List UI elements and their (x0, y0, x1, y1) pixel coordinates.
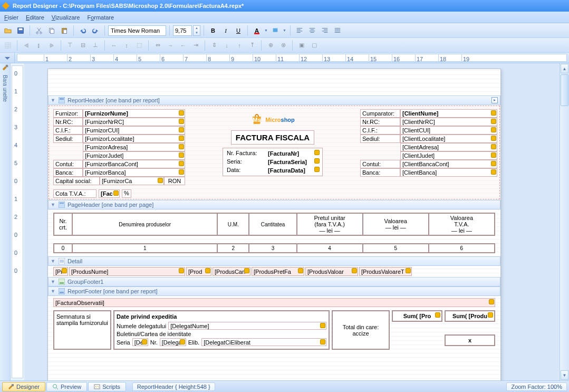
smart-tag-icon[interactable]: ▸ (491, 97, 498, 103)
binding-tag-icon[interactable] (491, 152, 496, 158)
collapse-arrow-icon[interactable]: ▼ (51, 202, 56, 207)
scroll-thumb[interactable] (561, 74, 568, 106)
bold-button[interactable]: B (207, 25, 219, 36)
col-tva[interactable]: Valoarea T.V.A. — lei — (429, 213, 495, 235)
col-cant[interactable]: Cantitatea (249, 213, 296, 235)
col-um[interactable]: U.M. (217, 213, 249, 235)
collapse-arrow-icon[interactable]: ▼ (51, 98, 56, 103)
binding-tag-icon[interactable] (113, 190, 119, 196)
binding-tag-icon[interactable] (491, 169, 496, 175)
collapse-arrow-icon[interactable]: ▼ (51, 259, 56, 264)
font-color-button[interactable]: A (251, 25, 263, 36)
detail-um[interactable]: [Prod (186, 267, 211, 276)
menu-vizualizare[interactable]: Vizualizare (52, 14, 80, 21)
highlight-button[interactable] (269, 25, 281, 36)
furnizor-cont-field[interactable]: [FurnizorBancaCont] (83, 160, 185, 168)
furnizor-banca-field[interactable]: [FurnizorBanca] (83, 168, 185, 177)
total-box[interactable]: Total din care: accize (332, 310, 390, 350)
ron-label[interactable]: RON (164, 177, 185, 185)
contul-label[interactable]: Contul: (53, 160, 83, 168)
align-center-button[interactable] (306, 25, 318, 36)
client-judet-field[interactable]: [ClientJudet] (400, 151, 497, 160)
client-cont-field[interactable]: [ClientBancaCont] (400, 160, 497, 168)
binding-tag-icon[interactable] (180, 339, 185, 345)
col-pret[interactable]: Pretul unitar (fara T.V.A.) — lei — (297, 213, 363, 235)
detail-cant[interactable]: [ProdusCan (213, 267, 250, 276)
cif-label[interactable]: C.I.F.: (53, 126, 83, 135)
detail-band[interactable]: [Pr [ProdusNume] [Prod [ProdusCan [Produ… (48, 267, 500, 276)
idx-1[interactable]: 1 (72, 244, 217, 253)
binding-tag-icon[interactable] (179, 161, 184, 166)
factura-seria-field[interactable]: [FacturaSeria] (266, 158, 320, 166)
ruler-corner[interactable] (0, 53, 15, 63)
furnizor-capital-field[interactable]: [FurnizorCa (100, 177, 164, 185)
col-val[interactable]: Valoarea — lei — (363, 213, 429, 235)
binding-tag-icon[interactable] (179, 144, 184, 149)
ci-nr-label[interactable]: Nr. (150, 339, 158, 346)
cota-tva-label[interactable]: Cota T.V.A.: (53, 189, 97, 198)
justify-button[interactable] (332, 25, 343, 36)
banca-label[interactable]: Banca: (53, 168, 83, 177)
scroll-down-button[interactable]: ▼ (561, 370, 568, 380)
expeditie-box[interactable]: Date privind expeditia Numele delegatulu… (113, 310, 330, 350)
toolbox-sidebar-collapsed[interactable]: Bara unelte (0, 63, 11, 380)
furnizor-cui-field[interactable]: [FurnizorCUI] (83, 126, 185, 135)
binding-tag-icon[interactable] (179, 169, 184, 175)
redo-button[interactable] (90, 25, 101, 36)
menu-editare[interactable]: Editare (26, 14, 44, 21)
column-header-table[interactable]: Nr. crt. Denumirea produselor U.M. Canti… (53, 213, 495, 253)
binding-tag-icon[interactable] (158, 178, 163, 183)
reportheader-band[interactable]: Furnizor:[FurnizorNume] Nr.RC:[FurnizorN… (48, 105, 500, 200)
band-header-reportfooter[interactable]: ▼ ReportFooter [one band per report] (48, 286, 500, 296)
binding-tag-icon[interactable] (205, 268, 210, 273)
col-denum[interactable]: Denumirea produselor (72, 213, 217, 235)
font-family-select[interactable] (108, 25, 166, 36)
binding-tag-icon[interactable] (314, 158, 320, 164)
collapse-arrow-icon[interactable]: ▼ (51, 279, 56, 284)
tab-preview[interactable]: Preview (46, 382, 87, 391)
furnizor-nume-field[interactable]: [FurnizorNume] (83, 109, 185, 118)
buletin-label[interactable]: Buletinul/Cartea de identitate (117, 331, 191, 337)
client-nrrc-field[interactable]: [ClientNrRC] (400, 118, 497, 126)
align-right-button[interactable] (319, 25, 331, 36)
binding-tag-icon[interactable] (179, 152, 184, 158)
binding-tag-icon[interactable] (320, 323, 325, 328)
align-left-button[interactable] (294, 25, 305, 36)
binding-tag-icon[interactable] (179, 119, 184, 124)
binding-tag-icon[interactable] (179, 136, 184, 141)
client-banca-field[interactable]: [ClientBanca] (400, 168, 497, 177)
cut-button[interactable] (33, 25, 45, 36)
vertical-ruler[interactable]: 012345012000 (12, 65, 23, 378)
binding-tag-icon[interactable] (491, 161, 496, 166)
ci-elib-field[interactable]: [DelegatCiEliberat (201, 338, 326, 346)
semnatura-box[interactable]: Semnatura si stampila furnizorului (53, 310, 111, 350)
nr-factura-label[interactable]: Nr. Factura: (225, 149, 266, 158)
binding-tag-icon[interactable] (488, 312, 493, 318)
factura-data-field[interactable]: [FacturaData] (266, 166, 320, 175)
binding-tag-icon[interactable] (435, 312, 440, 318)
furnizor-loc-field[interactable]: [FurnizorLocalitate] (83, 135, 185, 143)
menu-formatare[interactable]: Formatare (87, 14, 114, 21)
sediul-label[interactable]: Sediul: (53, 135, 83, 143)
ci-seria-label[interactable]: Seria (117, 339, 130, 346)
save-button[interactable] (15, 25, 26, 36)
factura-nr-field[interactable]: [FacturaNr] (266, 149, 320, 158)
delegat-nume-field[interactable]: [DelegatNume] (168, 322, 326, 330)
ci-elib-label[interactable]: Elib. (188, 339, 199, 346)
idx-5[interactable]: 5 (363, 244, 429, 253)
x-cell[interactable]: x (445, 334, 495, 346)
tab-scripts[interactable]: Scripts (88, 382, 126, 391)
client-cif-label[interactable]: C.I.F.: (360, 126, 400, 135)
furnizor-adresa-field[interactable]: [FurnizorAdresa] (83, 143, 185, 151)
detail-pret[interactable]: [ProdusPretFa (252, 267, 304, 276)
binding-tag-icon[interactable] (491, 144, 496, 149)
cota-tva-field[interactable]: [Fac (99, 189, 120, 198)
nrrc-label[interactable]: Nr.RC: (53, 118, 83, 126)
cumparator-label[interactable]: Cumparator: (360, 109, 400, 118)
delegat-label[interactable]: Numele delegatului (117, 323, 166, 329)
client-nrrc-label[interactable]: Nr.RC: (360, 118, 400, 126)
capital-label[interactable]: Capital social: (53, 177, 100, 185)
observatii-field[interactable]: [FacturaObservatii] (53, 298, 495, 307)
client-adresa-field[interactable]: [ClientAdresa] (400, 143, 497, 151)
furnizor-label[interactable]: Furnizor: (53, 109, 83, 118)
